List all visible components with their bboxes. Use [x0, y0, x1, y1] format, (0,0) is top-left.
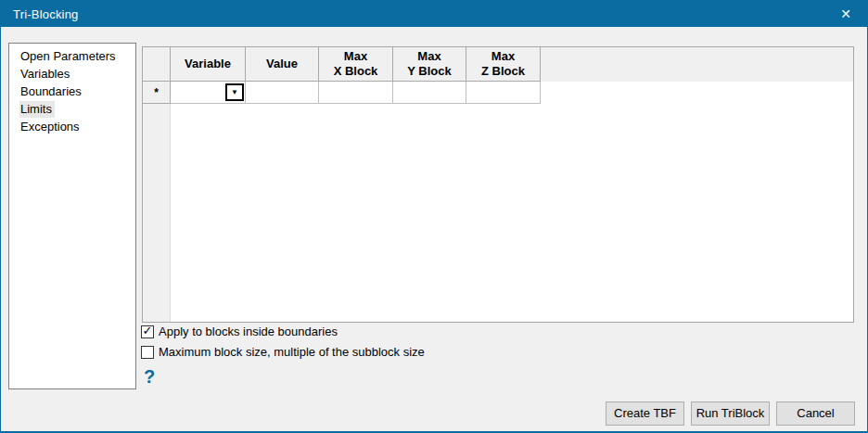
grid-header-max-z-line2: Z Block — [481, 64, 525, 79]
grid-header-variable-line1: Variable — [185, 57, 231, 71]
grid-header-value-line1: Value — [266, 57, 298, 71]
grid-header-max-y-block[interactable]: Max Y Block — [393, 47, 466, 82]
grid-header-max-y-line1: Max — [417, 49, 440, 64]
grid-cell-max-y-block[interactable] — [393, 82, 466, 104]
grid-header-max-x-line1: Max — [344, 49, 367, 64]
grid-cell-variable[interactable]: ▼ — [171, 82, 246, 104]
grid-corner-cell — [143, 47, 171, 82]
close-button[interactable]: ✕ — [824, 1, 867, 27]
tri-blocking-dialog: Tri-Blocking ✕ Open Parameters Variables… — [0, 0, 868, 433]
grid-header-max-y-line2: Y Block — [407, 64, 451, 79]
apply-boundaries-option: ✓ Apply to blocks inside boundaries — [141, 325, 338, 338]
sidebar-item-label: Variables — [19, 66, 72, 83]
question-mark-icon: ? — [144, 366, 155, 387]
variable-dropdown-button[interactable]: ▼ — [225, 83, 244, 101]
max-block-multiple-label: Maximum block size, multiple of the subb… — [159, 345, 425, 359]
sidebar-item-label: Boundaries — [19, 83, 84, 100]
sidebar-item-limits[interactable]: Limits — [9, 100, 135, 118]
grid-header-variable[interactable]: Variable — [171, 47, 246, 82]
apply-boundaries-checkbox[interactable]: ✓ — [141, 325, 154, 338]
grid-cell-value[interactable] — [246, 82, 319, 104]
grid-header-max-z-block[interactable]: Max Z Block — [466, 47, 541, 82]
pages-list: Open Parameters Variables Boundaries Lim… — [8, 43, 136, 389]
create-tbf-button[interactable]: Create TBF — [606, 401, 684, 426]
grid-new-row-marker: * — [143, 82, 171, 104]
chevron-down-icon: ▼ — [231, 89, 238, 96]
check-icon: ✓ — [143, 325, 153, 337]
sidebar-item-variables[interactable]: Variables — [9, 65, 135, 83]
grid-cell-max-z-block[interactable] — [466, 82, 541, 104]
sidebar-item-exceptions[interactable]: Exceptions — [9, 118, 135, 135]
new-row-asterisk: * — [154, 86, 159, 99]
grid-header-value[interactable]: Value — [246, 47, 319, 82]
window-title: Tri-Blocking — [13, 7, 79, 21]
limits-table: Variable Value Max X Block Max Y Block M… — [142, 46, 854, 323]
sidebar-item-open-parameters[interactable]: Open Parameters — [9, 47, 135, 65]
sidebar-item-label: Limits — [19, 101, 55, 118]
max-block-multiple-option: Maximum block size, multiple of the subb… — [141, 345, 425, 359]
max-block-multiple-checkbox[interactable] — [141, 346, 154, 359]
grid-header-max-z-line1: Max — [491, 49, 515, 64]
help-button[interactable]: ? — [144, 366, 155, 388]
cancel-button[interactable]: Cancel — [776, 401, 855, 426]
titlebar[interactable]: Tri-Blocking ✕ — [1, 1, 867, 27]
sidebar-item-label: Exceptions — [19, 119, 83, 135]
dialog-body: Open Parameters Variables Boundaries Lim… — [1, 27, 867, 431]
sidebar-item-label: Open Parameters — [19, 48, 119, 65]
grid-header-max-x-block[interactable]: Max X Block — [319, 47, 393, 82]
sidebar-item-boundaries[interactable]: Boundaries — [9, 83, 135, 100]
grid-header-max-x-line2: X Block — [334, 64, 378, 79]
grid-cell-max-x-block[interactable] — [319, 82, 393, 104]
run-triblock-button[interactable]: Run TriBlock — [691, 401, 770, 426]
close-icon: ✕ — [840, 6, 851, 21]
apply-boundaries-label: Apply to blocks inside boundaries — [159, 325, 338, 338]
